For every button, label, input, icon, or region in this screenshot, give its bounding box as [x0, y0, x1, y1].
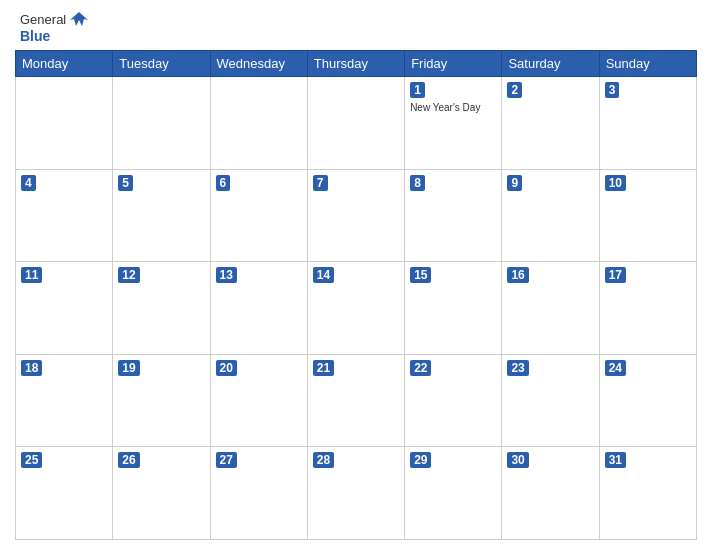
- calendar-cell: 11: [16, 262, 113, 355]
- day-number: 8: [410, 175, 425, 191]
- day-number: 16: [507, 267, 528, 283]
- day-number: 3: [605, 82, 620, 98]
- day-number: 15: [410, 267, 431, 283]
- day-number: 17: [605, 267, 626, 283]
- day-number: 6: [216, 175, 231, 191]
- day-number: 31: [605, 452, 626, 468]
- day-number: 30: [507, 452, 528, 468]
- day-number: 11: [21, 267, 42, 283]
- day-number: 4: [21, 175, 36, 191]
- day-number: 14: [313, 267, 334, 283]
- calendar-cell: 4: [16, 169, 113, 262]
- calendar-cell: 26: [113, 447, 210, 540]
- day-of-week-header: Friday: [405, 51, 502, 77]
- day-of-week-header: Thursday: [307, 51, 404, 77]
- calendar-week-row: 18192021222324: [16, 354, 697, 447]
- logo-bird-icon: [68, 10, 90, 28]
- day-number: 21: [313, 360, 334, 376]
- days-of-week-row: MondayTuesdayWednesdayThursdayFridaySatu…: [16, 51, 697, 77]
- calendar-week-row: 1New Year's Day23: [16, 77, 697, 170]
- calendar-body: 1New Year's Day2345678910111213141516171…: [16, 77, 697, 540]
- calendar-header-row: MondayTuesdayWednesdayThursdayFridaySatu…: [16, 51, 697, 77]
- day-of-week-header: Saturday: [502, 51, 599, 77]
- logo: General Blue: [20, 10, 90, 44]
- day-number: 13: [216, 267, 237, 283]
- day-number: 22: [410, 360, 431, 376]
- calendar-cell: 3: [599, 77, 696, 170]
- calendar-week-row: 25262728293031: [16, 447, 697, 540]
- day-number: 24: [605, 360, 626, 376]
- calendar-cell: 8: [405, 169, 502, 262]
- svg-marker-0: [70, 12, 88, 26]
- calendar-cell: 6: [210, 169, 307, 262]
- day-number: 2: [507, 82, 522, 98]
- day-number: 19: [118, 360, 139, 376]
- calendar-cell: 9: [502, 169, 599, 262]
- calendar-cell: 1New Year's Day: [405, 77, 502, 170]
- calendar-cell: 29: [405, 447, 502, 540]
- calendar-cell: 7: [307, 169, 404, 262]
- day-number: 1: [410, 82, 425, 98]
- calendar-cell: 21: [307, 354, 404, 447]
- calendar-week-row: 11121314151617: [16, 262, 697, 355]
- calendar-cell: 18: [16, 354, 113, 447]
- logo-general-text: General: [20, 12, 66, 27]
- country-label: [612, 40, 692, 44]
- calendar-cell: 15: [405, 262, 502, 355]
- day-number: 20: [216, 360, 237, 376]
- calendar-cell: 27: [210, 447, 307, 540]
- day-of-week-header: Monday: [16, 51, 113, 77]
- calendar-cell: 10: [599, 169, 696, 262]
- day-number: 5: [118, 175, 133, 191]
- day-of-week-header: Wednesday: [210, 51, 307, 77]
- calendar-cell: 13: [210, 262, 307, 355]
- day-number: 12: [118, 267, 139, 283]
- day-of-week-header: Sunday: [599, 51, 696, 77]
- day-number: 23: [507, 360, 528, 376]
- calendar-cell: 17: [599, 262, 696, 355]
- day-of-week-header: Tuesday: [113, 51, 210, 77]
- day-number: 9: [507, 175, 522, 191]
- calendar-cell: 28: [307, 447, 404, 540]
- calendar-cell: 12: [113, 262, 210, 355]
- calendar-cell: 19: [113, 354, 210, 447]
- day-number: 10: [605, 175, 626, 191]
- day-number: 27: [216, 452, 237, 468]
- calendar-cell: 25: [16, 447, 113, 540]
- calendar-cell: 30: [502, 447, 599, 540]
- day-number: 29: [410, 452, 431, 468]
- calendar-cell: [210, 77, 307, 170]
- calendar-week-row: 45678910: [16, 169, 697, 262]
- logo-blue-text: Blue: [20, 28, 50, 44]
- calendar-cell: [113, 77, 210, 170]
- calendar-table: MondayTuesdayWednesdayThursdayFridaySatu…: [15, 50, 697, 540]
- calendar-cell: [16, 77, 113, 170]
- calendar-cell: [307, 77, 404, 170]
- calendar-cell: 2: [502, 77, 599, 170]
- calendar-cell: 31: [599, 447, 696, 540]
- calendar-cell: 20: [210, 354, 307, 447]
- calendar-header: General Blue: [15, 10, 697, 44]
- day-number: 26: [118, 452, 139, 468]
- calendar-cell: 23: [502, 354, 599, 447]
- calendar-cell: 22: [405, 354, 502, 447]
- calendar-cell: 5: [113, 169, 210, 262]
- calendar-cell: 16: [502, 262, 599, 355]
- calendar-cell: 24: [599, 354, 696, 447]
- day-number: 7: [313, 175, 328, 191]
- holiday-label: New Year's Day: [410, 102, 496, 114]
- calendar-cell: 14: [307, 262, 404, 355]
- day-number: 28: [313, 452, 334, 468]
- day-number: 25: [21, 452, 42, 468]
- day-number: 18: [21, 360, 42, 376]
